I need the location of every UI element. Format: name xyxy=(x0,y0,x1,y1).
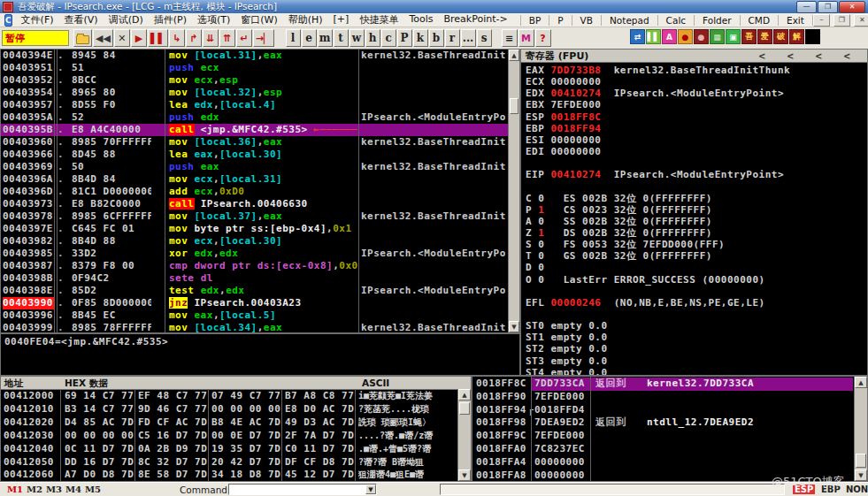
flag-row[interactable]: C 0 ES 002B 32位 0(FFFFFFFF) xyxy=(526,193,865,204)
letter-button-h[interactable]: h xyxy=(365,29,380,47)
info-pane[interactable]: 0040FE04=<jmp.&MFC42.#535> xyxy=(0,333,520,376)
breakpoint-list-button[interactable]: ≡ xyxy=(502,29,518,47)
chevron-left-icon[interactable]: < xyxy=(787,50,794,63)
memory-tab-m2[interactable]: M2 xyxy=(27,485,42,494)
menu-item-0[interactable]: 文件(F) xyxy=(16,13,59,27)
disasm-row[interactable]: 00403982.8B4D 88mov ecx,[local.30] xyxy=(1,235,508,248)
pause-button[interactable]: ▌▌ xyxy=(148,29,168,47)
close-process-button[interactable]: ✕ xyxy=(114,29,130,47)
animate-into-button[interactable]: ⇊ xyxy=(203,29,219,47)
menu-item-7[interactable]: [+] xyxy=(328,13,355,27)
stack-row[interactable]: 0018FF9C7EFDE000 xyxy=(472,430,854,443)
dropdown-arrow-icon[interactable]: ▼ xyxy=(365,485,376,494)
menu-tool-folder[interactable]: Folder xyxy=(694,15,739,26)
disasm-row[interactable]: 0040398B.0F94C2sete dl xyxy=(1,272,508,285)
dump-row[interactable]: 004120400C 11 D7 7D0A 2B D9 7D19 35 D7 7… xyxy=(1,443,457,456)
disasm-row[interactable]: 0040395B.E8 A4C40000call <jmp.&MFC42.#53… xyxy=(1,124,508,136)
disasm-row[interactable]: 00403987.8379 F8 00cmp dword ptr ds:[ecx… xyxy=(1,260,508,272)
dump-row[interactable]: 00412010B3 14 C7 779D 46 C7 7700 00 00 0… xyxy=(1,403,457,416)
register-row[interactable]: ECX 00000000 xyxy=(526,76,865,88)
menu-tool-notepad[interactable]: Notepad xyxy=(601,15,657,26)
stack-scrollbar[interactable]: ▲ ▼ xyxy=(854,377,867,481)
disasm-row[interactable]: 00403960.8985 70FFFFFFmov [local.36],eax… xyxy=(1,136,508,149)
stack-row[interactable]: 0018FFA400000000 xyxy=(472,456,854,469)
fpu-st-row[interactable]: ST2 empty 0.0 xyxy=(526,343,865,355)
menu-tool-cmd[interactable]: CMD xyxy=(740,15,778,26)
stack-row[interactable]: 0018FF907EFDE000 xyxy=(472,391,854,404)
disasm-row[interactable]: 00403999.8985 78FFFFFFmov [local.34],eax… xyxy=(1,322,508,333)
child-minimize-button[interactable]: – xyxy=(813,14,830,27)
help-button[interactable]: ? xyxy=(535,29,551,47)
open-file-button[interactable] xyxy=(73,29,92,47)
disasm-row[interactable]: 0040394E.8945 84mov [local.31],eaxkernel… xyxy=(1,50,508,62)
stack-row[interactable]: 0018FF94┌0018FFD4 xyxy=(472,404,854,417)
grid-icon[interactable]: ▦ xyxy=(710,29,725,44)
chevron-left-icon[interactable]: < xyxy=(758,50,765,63)
command-input[interactable]: ▼ xyxy=(228,484,377,495)
disasm-row[interactable]: 00403985.33D2xor edx,edxIPsearch.<Module… xyxy=(1,248,508,260)
fpu-st-row[interactable]: ST3 empty 0.0 xyxy=(526,355,865,367)
minimize-button[interactable]: — xyxy=(796,1,817,13)
memory-tab-m5[interactable]: M5 xyxy=(85,485,101,494)
pause-green-icon[interactable]: ▌▌ xyxy=(646,29,661,44)
letter-button-dotdotdot[interactable]: ... xyxy=(461,29,476,47)
flag-row[interactable]: A 0 SS 002B 32位 0(FFFFFFFF) xyxy=(526,216,865,227)
letter-button-t[interactable]: t xyxy=(334,29,349,47)
dump-row[interactable]: 00412050DD 16 D7 7D8C 32 D7 7D20 42 D7 7… xyxy=(1,456,457,469)
wu-icon[interactable]: 吾 xyxy=(741,29,757,44)
window-icon[interactable]: ▣ xyxy=(726,29,741,44)
disasm-row[interactable]: 00403990.0F85 8D000000jnz IPsearch.00403… xyxy=(1,297,508,309)
disasm-row[interactable]: 00403978.8985 6CFFFFFFmov [local.37],eax… xyxy=(1,210,508,223)
disasm-row[interactable]: 0040396A.8B4D 84mov ecx,[local.31] xyxy=(1,173,508,186)
dump-row[interactable]: 0041200069 14 C7 77EF 48 C7 7707 49 C7 7… xyxy=(1,390,457,403)
step-over-button[interactable]: ↱ xyxy=(186,29,202,47)
register-row[interactable]: EAX 7DD733B8 kernel32.BaseThreadInitThun… xyxy=(526,65,865,76)
chevron-left-icon[interactable]: < xyxy=(815,50,822,63)
disasm-row[interactable]: 00403951.51push ecx xyxy=(1,62,508,74)
scope-icon[interactable]: ● xyxy=(694,29,709,44)
child-restore-button[interactable]: ❐ xyxy=(833,14,850,27)
cpu-window-icon[interactable]: C xyxy=(4,14,12,27)
eflags-row[interactable]: EFL 00000246 (NO,NB,E,BE,NS,PE,GE,LE) xyxy=(526,297,865,309)
black-swatch[interactable] xyxy=(805,29,820,44)
stack-row[interactable]: 0018FFA07C8237EC xyxy=(472,443,854,456)
menu-tool-exit[interactable]: Exit xyxy=(778,15,813,26)
scroll-thumb[interactable] xyxy=(459,402,470,415)
flag-row[interactable]: T 0 GS 002B 32位 0(FFFFFFFF) xyxy=(526,250,865,262)
register-row[interactable]: ESI 00000000 xyxy=(526,134,865,146)
fpu-st-row[interactable]: ST4 empty 0.0 xyxy=(526,367,865,376)
scroll-down-icon[interactable]: ▼ xyxy=(855,469,867,481)
execute-till-return-button[interactable]: ↵ xyxy=(236,29,252,47)
letter-button-c[interactable]: c xyxy=(381,29,396,47)
scroll-down-icon[interactable]: ▼ xyxy=(509,321,519,332)
register-row[interactable]: ESP 0018FF8C xyxy=(526,111,865,123)
chevron-left-icon[interactable]: < xyxy=(843,50,850,63)
stack-row[interactable]: 0018FF8C7DD733CA返回到kernel32.7DD733CA xyxy=(472,378,854,391)
memory-tab-m4[interactable]: M4 xyxy=(65,485,81,494)
disasm-row[interactable]: 0040398E.85D2test edx,edxIPsearch.<Modul… xyxy=(1,285,508,297)
scroll-up-icon[interactable]: ▲ xyxy=(458,389,471,401)
dump-scrollbar[interactable]: ▲ ▼ xyxy=(457,389,471,481)
menu-tool-vb[interactable]: VB xyxy=(572,15,601,26)
disasm-row[interactable]: 00403957.8D55 F0lea edx,[local.4] xyxy=(1,99,508,111)
disasm-row[interactable]: 0040395A.52push edxIPsearch.<ModuleEntry… xyxy=(1,111,508,124)
menu-item-1[interactable]: 查看(V) xyxy=(59,13,104,27)
stack-row[interactable]: 0018FF987DEA9ED2返回到ntdll_12.7DEA9ED2 xyxy=(472,416,854,430)
dump-row[interactable]: 0041203000 00 00 00C5 16 D7 7D00 0E D7 7… xyxy=(1,430,457,443)
assembler-icon[interactable]: A xyxy=(662,29,677,44)
memory-window-button[interactable]: M xyxy=(518,29,534,47)
run-button[interactable]: ▶ xyxy=(131,29,147,47)
disassembly-pane[interactable]: 0040394E.8945 84mov [local.31],eaxkernel… xyxy=(0,49,520,333)
disasm-row[interactable]: 0040397E.C645 FC 01mov byte ptr ss:[ebp-… xyxy=(1,223,508,235)
disasm-row[interactable]: 0040396D.81C1 D0000000add ecx,0xD0 xyxy=(1,186,508,198)
register-row[interactable]: EBP 0018FF94 xyxy=(526,123,865,134)
scroll-thumb[interactable] xyxy=(856,454,866,468)
menu-tool-calc[interactable]: Calc xyxy=(657,15,694,26)
flag-row[interactable]: P 1 CS 0023 32位 0(FFFFFFFF) xyxy=(526,204,865,216)
register-row[interactable]: EIP 00410274 IPsearch.<ModuleEntryPoint> xyxy=(526,169,865,180)
letter-button-P[interactable]: P xyxy=(397,29,412,47)
letter-button-r[interactable]: r xyxy=(445,29,460,47)
letter-button-s[interactable]: s xyxy=(477,29,492,47)
child-close-button[interactable]: ✕ xyxy=(854,14,868,27)
letter-button-b[interactable]: b xyxy=(429,29,444,47)
